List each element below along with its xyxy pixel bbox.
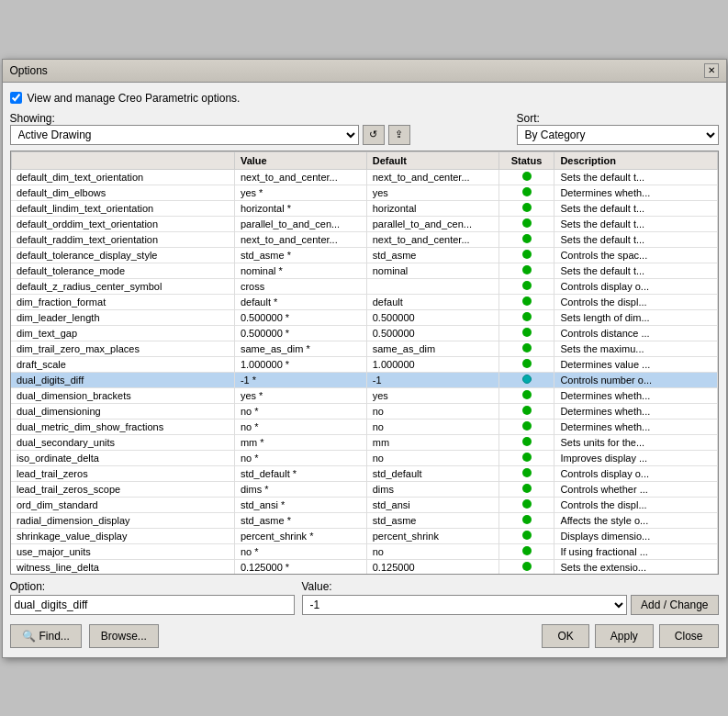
description-cell: Controls the spac...	[554, 247, 717, 263]
value-cell: same_as_dim *	[234, 341, 366, 356]
default-cell: -1	[366, 372, 498, 387]
value-cell: 0.500000 *	[234, 309, 366, 325]
description-cell: Controls the displ...	[554, 497, 717, 512]
status-cell	[498, 387, 554, 403]
table-row[interactable]: dual_digits_diff-1 *-1Controls number o.…	[11, 372, 717, 387]
option-cell: default_dim_elbows	[11, 185, 234, 200]
table-row[interactable]: iso_ordinate_deltano *noImproves display…	[11, 450, 717, 465]
option-cell: dual_secondary_units	[11, 434, 234, 450]
browse-button[interactable]: Browse...	[89, 624, 159, 648]
table-row[interactable]: default_raddim_text_orientationnext_to_a…	[11, 231, 717, 247]
table-row[interactable]: shrinkage_value_displaypercent_shrink *p…	[11, 528, 717, 543]
table-row[interactable]: draft_scale1.000000 *1.000000Determines …	[11, 356, 717, 372]
description-cell: Controls the displ...	[554, 294, 717, 309]
description-cell: Determines wheth...	[554, 403, 717, 419]
option-cell: dim_text_gap	[11, 325, 234, 341]
option-cell: lead_trail_zeros_scope	[11, 481, 234, 497]
option-cell: lead_trail_zeros	[11, 465, 234, 481]
ok-button[interactable]: OK	[542, 624, 588, 648]
status-cell	[498, 356, 554, 372]
refresh-icon[interactable]: ↺	[363, 125, 385, 145]
value-cell: nominal *	[234, 263, 366, 278]
table-row[interactable]: dim_trail_zero_max_placessame_as_dim *sa…	[11, 341, 717, 356]
status-dot	[522, 515, 532, 524]
table-row[interactable]: default_dim_elbowsyes *yesDetermines whe…	[11, 185, 717, 200]
export-icon[interactable]: ⇪	[388, 125, 410, 145]
table-row[interactable]: default_z_radius_center_symbolcrossContr…	[11, 278, 717, 294]
dialog-body: View and manage Creo Parametric options.…	[3, 83, 726, 657]
option-cell: default_dim_text_orientation	[11, 169, 234, 185]
close-icon[interactable]: ✕	[704, 63, 719, 78]
status-dot	[522, 375, 532, 384]
status-cell	[498, 309, 554, 325]
table-scroll[interactable]: Value Default Status Description default…	[11, 151, 718, 574]
description-cell: Controls whether ...	[554, 481, 717, 497]
view-manage-checkbox[interactable]	[10, 92, 22, 104]
status-dot	[522, 499, 532, 509]
status-dot	[522, 531, 532, 540]
status-cell	[498, 169, 554, 185]
table-row[interactable]: use_major_unitsno *noIf using fractional…	[11, 543, 717, 559]
default-cell: mm	[366, 434, 498, 450]
table-row[interactable]: witness_line_delta0.125000 *0.125000Sets…	[11, 559, 717, 574]
value-cell: no *	[234, 419, 366, 434]
table-row[interactable]: dual_dimension_bracketsyes *yesDetermine…	[11, 387, 717, 403]
search-icon: 🔍	[22, 630, 36, 643]
showing-dropdown[interactable]: Active Drawing All Options	[10, 125, 359, 145]
description-cell: If using fractional ...	[554, 543, 717, 559]
description-cell: Controls display o...	[554, 465, 717, 481]
default-cell: nominal	[366, 263, 498, 278]
table-row[interactable]: dim_fraction_formatdefault *defaultContr…	[11, 294, 717, 309]
find-button[interactable]: 🔍 Find...	[10, 624, 82, 648]
value-cell: no *	[234, 403, 366, 419]
description-cell: Sets the default t...	[554, 263, 717, 278]
table-row[interactable]: default_tolerance_display_stylestd_asme …	[11, 247, 717, 263]
table-row[interactable]: ord_dim_standardstd_ansi *std_ansiContro…	[11, 497, 717, 512]
value-cell: yes *	[234, 185, 366, 200]
view-manage-label: View and manage Creo Parametric options.	[28, 92, 241, 105]
status-cell	[498, 200, 554, 216]
table-row[interactable]: dim_leader_length0.500000 *0.500000Sets …	[11, 309, 717, 325]
default-cell: percent_shrink	[366, 528, 498, 543]
col-header-description: Description	[554, 151, 717, 169]
value-cell: no *	[234, 543, 366, 559]
option-cell: dim_trail_zero_max_places	[11, 341, 234, 356]
table-row[interactable]: dual_secondary_unitsmm *mmSets units for…	[11, 434, 717, 450]
table-row[interactable]: dual_dimensioningno *noDetermines wheth.…	[11, 403, 717, 419]
value-cell: next_to_and_center...	[234, 169, 366, 185]
default-cell: std_ansi	[366, 497, 498, 512]
table-row[interactable]: default_lindim_text_orientationhorizonta…	[11, 200, 717, 216]
value-cell: default *	[234, 294, 366, 309]
status-dot	[522, 390, 532, 399]
value-with-btn: -1 Add / Change	[302, 595, 719, 615]
value-cell: 0.500000 *	[234, 325, 366, 341]
status-cell	[498, 325, 554, 341]
close-button[interactable]: Close	[659, 624, 719, 648]
table-row[interactable]: lead_trail_zeros_scopedims *dimsControls…	[11, 481, 717, 497]
table-row[interactable]: default_orddim_text_orientationparallel_…	[11, 216, 717, 231]
option-cell: draft_scale	[11, 356, 234, 372]
status-cell	[498, 278, 554, 294]
value-dropdown[interactable]: -1	[302, 595, 628, 615]
status-dot	[522, 453, 532, 462]
option-input[interactable]	[10, 595, 295, 615]
description-cell: Sets length of dim...	[554, 309, 717, 325]
table-row[interactable]: default_dim_text_orientationnext_to_and_…	[11, 169, 717, 185]
status-dot	[522, 234, 532, 243]
default-cell: no	[366, 450, 498, 465]
table-row[interactable]: dim_text_gap0.500000 *0.500000Controls d…	[11, 325, 717, 341]
default-cell: yes	[366, 387, 498, 403]
table-row[interactable]: lead_trail_zerosstd_default *std_default…	[11, 465, 717, 481]
apply-button[interactable]: Apply	[595, 624, 654, 648]
option-cell: dual_digits_diff	[11, 372, 234, 387]
option-cell: witness_line_delta	[11, 559, 234, 574]
table-row[interactable]: default_tolerance_modenominal *nominalSe…	[11, 263, 717, 278]
option-cell: dual_dimensioning	[11, 403, 234, 419]
default-cell: no	[366, 543, 498, 559]
add-change-button[interactable]: Add / Change	[631, 595, 718, 615]
value-cell: std_ansi *	[234, 497, 366, 512]
table-row[interactable]: dual_metric_dim_show_fractionsno *noDete…	[11, 419, 717, 434]
status-dot	[522, 328, 532, 337]
table-row[interactable]: radial_dimension_displaystd_asme *std_as…	[11, 512, 717, 528]
sort-dropdown[interactable]: By Category Alphabetical	[517, 125, 719, 145]
